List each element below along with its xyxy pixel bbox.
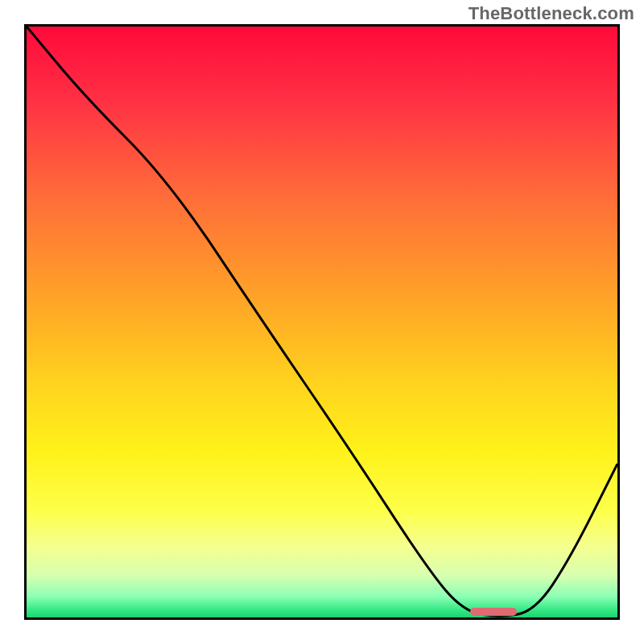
trough-marker [470,608,518,616]
plot-area [24,24,620,620]
watermark-text: TheBottleneck.com [469,3,634,24]
chart-container: TheBottleneck.com [0,0,644,644]
bottleneck-curve [27,27,617,617]
curve-path [27,27,617,616]
